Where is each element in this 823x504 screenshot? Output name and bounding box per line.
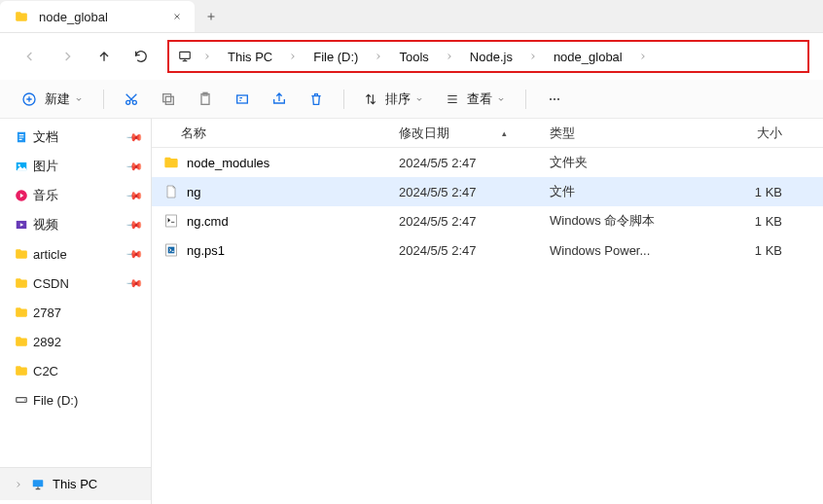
forward-button[interactable]: [51, 40, 84, 73]
monitor-icon: [177, 49, 193, 64]
copy-button[interactable]: [153, 86, 184, 113]
sidebar-item[interactable]: 文档📌: [0, 123, 151, 152]
doc-icon: [14, 129, 29, 145]
pin-icon: 📌: [125, 215, 143, 234]
folder-icon: [14, 305, 29, 320]
folder-icon: [14, 275, 29, 291]
toolbar-divider: [103, 90, 104, 109]
sidebar-item-label: 2787: [33, 306, 61, 320]
share-button[interactable]: [264, 86, 295, 113]
breadcrumb-item[interactable]: This PC: [222, 46, 278, 68]
back-button[interactable]: [14, 40, 47, 73]
body: 文档📌图片📌音乐📌视频📌article📌CSDN📌27872892C2CFile…: [0, 119, 823, 504]
sidebar-item[interactable]: 2892: [0, 327, 151, 356]
chevron-right-icon: [632, 52, 654, 61]
svg-point-10: [554, 98, 555, 100]
chevron-right-icon: [368, 52, 389, 61]
ps1-icon: [163, 242, 179, 258]
svg-point-9: [550, 98, 552, 100]
new-button[interactable]: 新建: [14, 86, 91, 113]
sidebar-item[interactable]: File (D:): [0, 385, 151, 414]
svg-rect-8: [237, 95, 248, 103]
pin-icon: 📌: [125, 273, 143, 292]
col-type[interactable]: 类型: [536, 125, 657, 142]
pin-icon: 📌: [125, 244, 143, 263]
rename-button[interactable]: [227, 86, 258, 113]
tab-bar: node_global: [0, 0, 823, 33]
folder-icon: [14, 363, 29, 378]
column-headers: 名称 修改日期▴ 类型 大小: [152, 119, 823, 148]
breadcrumb-item[interactable]: node_global: [548, 46, 628, 68]
file-date: 2024/5/5 2:47: [385, 185, 536, 199]
pin-icon: 📌: [125, 157, 143, 175]
col-size[interactable]: 大小: [657, 125, 811, 142]
sidebar-item[interactable]: C2C: [0, 356, 151, 385]
chevron-right-icon: [282, 52, 304, 61]
sidebar-spacer: [0, 414, 151, 467]
toolbar-divider: [343, 90, 344, 109]
sidebar-item-label: 视频: [33, 216, 58, 234]
cmd-icon: [163, 213, 179, 229]
sidebar-item-label: article: [33, 247, 67, 262]
monitor-icon: [31, 478, 45, 491]
more-button[interactable]: [538, 86, 571, 113]
paste-button[interactable]: [190, 86, 221, 113]
sidebar-item-label: 图片: [33, 158, 58, 175]
toolbar-divider: [525, 90, 526, 109]
sidebar-item[interactable]: 图片📌: [0, 152, 151, 181]
breadcrumb-item[interactable]: File (D:): [307, 46, 364, 68]
toolbar: 新建 排序 查看: [0, 80, 823, 119]
cut-button[interactable]: [116, 86, 147, 113]
drive-icon: [14, 392, 29, 408]
folder-icon: [14, 246, 29, 262]
breadcrumb[interactable]: This PC File (D:) Tools Node.js node_glo…: [167, 40, 809, 73]
sidebar-item-label: 文档: [33, 128, 58, 146]
file-type: Windows 命令脚本: [536, 212, 657, 230]
file-type: 文件: [536, 183, 657, 200]
sidebar-item-this-pc[interactable]: This PC: [0, 467, 151, 500]
file-row[interactable]: ng2024/5/5 2:47文件1 KB: [152, 177, 823, 206]
nav-bar: This PC File (D:) Tools Node.js node_glo…: [0, 33, 823, 80]
col-name[interactable]: 名称: [152, 125, 385, 142]
new-button-label: 新建: [45, 90, 70, 108]
chevron-right-icon: [439, 52, 460, 61]
new-tab-button[interactable]: [195, 1, 228, 32]
refresh-button[interactable]: [125, 40, 158, 73]
folder-icon: [163, 155, 179, 170]
file-size: 1 KB: [657, 243, 811, 258]
file-name: node_modules: [187, 156, 269, 170]
pin-icon: 📌: [125, 127, 143, 146]
pin-icon: 📌: [125, 186, 143, 204]
sidebar-item[interactable]: 视频📌: [0, 210, 151, 239]
file-date: 2024/5/5 2:47: [385, 156, 536, 170]
sidebar-item[interactable]: 音乐📌: [0, 181, 151, 210]
video-icon: [14, 217, 29, 233]
svg-rect-5: [163, 93, 171, 101]
svg-point-11: [557, 98, 559, 100]
up-button[interactable]: [88, 40, 121, 73]
file-name: ng.ps1: [187, 243, 225, 258]
sidebar-item[interactable]: article📌: [0, 239, 151, 269]
col-date[interactable]: 修改日期▴: [385, 125, 536, 142]
view-button-label: 查看: [467, 90, 492, 108]
sidebar-item[interactable]: 2787: [0, 298, 151, 327]
sidebar-item[interactable]: CSDN📌: [0, 269, 151, 298]
breadcrumb-item[interactable]: Tools: [393, 46, 434, 68]
sort-button[interactable]: 排序: [356, 86, 432, 113]
chevron-right-icon: [14, 480, 23, 489]
tab-active[interactable]: node_global: [0, 1, 195, 32]
delete-button[interactable]: [301, 86, 332, 113]
view-button[interactable]: 查看: [438, 86, 514, 113]
close-icon[interactable]: [169, 9, 185, 24]
file-row[interactable]: ng.ps12024/5/5 2:47Windows Power...1 KB: [152, 235, 823, 265]
file-type: Windows Power...: [536, 243, 657, 258]
svg-point-14: [18, 164, 20, 166]
file-row[interactable]: node_modules2024/5/5 2:47文件夹: [152, 148, 823, 177]
file-row[interactable]: ng.cmd2024/5/5 2:47Windows 命令脚本1 KB: [152, 206, 823, 235]
folder-icon: [14, 334, 29, 349]
svg-rect-4: [165, 96, 173, 104]
file-type: 文件夹: [536, 154, 657, 171]
sidebar-item-label: 2892: [33, 335, 61, 349]
breadcrumb-item[interactable]: Node.js: [464, 46, 519, 68]
img-icon: [14, 159, 29, 174]
